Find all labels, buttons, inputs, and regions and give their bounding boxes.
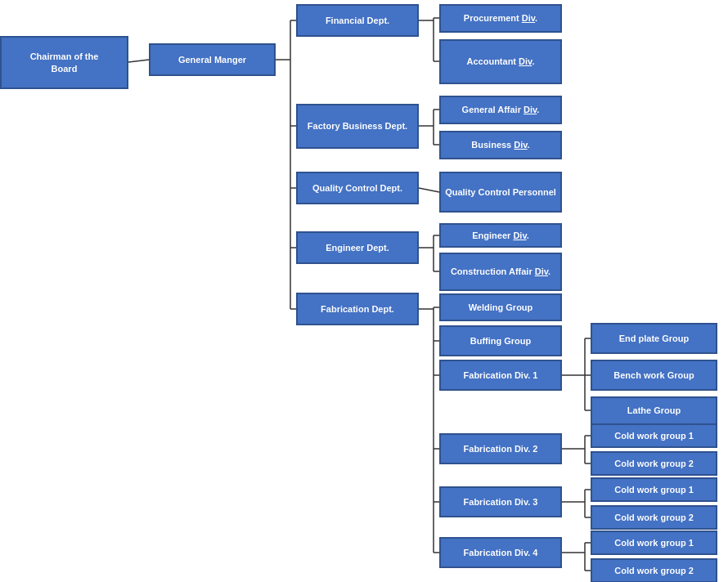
fab4-cold2-label: Cold work group 2 xyxy=(614,565,694,576)
quality-control-node: Quality Control Dept. xyxy=(296,172,419,204)
buffing-group-node: Buffing Group xyxy=(439,325,562,356)
bench-work-group-node: Bench work Group xyxy=(591,360,717,391)
chairman-node: Chairman of the Board xyxy=(0,36,128,89)
financial-dept-label: Financial Dept. xyxy=(326,15,389,26)
engineer-dept-node: Engineer Dept. xyxy=(296,231,419,264)
fabrication-dept-node: Fabrication Dept. xyxy=(296,293,419,325)
fab2-cold1-node: Cold work group 1 xyxy=(591,423,717,448)
fabrication-dept-label: Fabrication Dept. xyxy=(321,303,394,315)
fab4-cold1-node: Cold work group 1 xyxy=(591,531,717,555)
fabrication-div2-node: Fabrication Div. 2 xyxy=(439,433,562,464)
fabrication-div1-label: Fabrication Div. 1 xyxy=(464,369,538,381)
quality-control-label: Quality Control Dept. xyxy=(312,182,402,194)
bench-work-group-label: Bench work Group xyxy=(613,369,694,381)
lathe-group-label: Lathe Group xyxy=(627,405,681,416)
factory-business-label: Factory Business Dept. xyxy=(308,120,407,132)
engineer-dept-label: Engineer Dept. xyxy=(326,242,389,253)
fab2-cold2-node: Cold work group 2 xyxy=(591,451,717,476)
svg-line-0 xyxy=(128,60,149,62)
chairman-label: Chairman of the Board xyxy=(30,51,99,74)
svg-line-16 xyxy=(419,188,439,192)
fabrication-div3-node: Fabrication Div. 3 xyxy=(439,486,562,517)
lathe-group-node: Lathe Group xyxy=(591,396,717,425)
fabrication-div4-node: Fabrication Div. 4 xyxy=(439,537,562,568)
fab3-cold2-label: Cold work group 2 xyxy=(614,512,694,523)
construction-affair-node: Construction Affair Div. xyxy=(439,253,562,291)
engineer-div-label: Engineer Div. xyxy=(472,230,529,241)
procurement-div-node: Procurement Div. xyxy=(439,4,562,33)
fab4-cold1-label: Cold work group 1 xyxy=(614,537,694,548)
engineer-div-node: Engineer Div. xyxy=(439,223,562,248)
general-manager-node: General Manger xyxy=(149,43,276,76)
quality-control-personnel-node: Quality Control Personnel xyxy=(439,172,562,213)
end-plate-group-node: End plate Group xyxy=(591,323,717,354)
fabrication-div4-label: Fabrication Div. 4 xyxy=(464,547,538,558)
factory-business-node: Factory Business Dept. xyxy=(296,104,419,149)
fab2-cold2-label: Cold work group 2 xyxy=(614,458,694,469)
buffing-group-label: Buffing Group xyxy=(470,335,532,347)
fab2-cold1-label: Cold work group 1 xyxy=(614,430,694,441)
procurement-div-label: Procurement Div. xyxy=(464,12,537,24)
fabrication-div1-node: Fabrication Div. 1 xyxy=(439,360,562,391)
financial-dept-node: Financial Dept. xyxy=(296,4,419,37)
general-affair-div-node: General Affair Div. xyxy=(439,96,562,124)
business-div-label: Business Div. xyxy=(471,139,529,150)
general-affair-div-label: General Affair Div. xyxy=(462,104,540,115)
accountant-div-label: Accountant Div. xyxy=(467,56,535,67)
general-manager-label: General Manger xyxy=(178,54,246,65)
accountant-div-node: Accountant Div. xyxy=(439,39,562,84)
end-plate-group-label: End plate Group xyxy=(619,333,690,344)
welding-group-label: Welding Group xyxy=(469,302,533,313)
fabrication-div3-label: Fabrication Div. 3 xyxy=(464,496,538,508)
fab3-cold1-node: Cold work group 1 xyxy=(591,477,717,502)
org-chart: Chairman of the Board General Manger Fin… xyxy=(0,0,728,582)
construction-affair-label: Construction Affair Div. xyxy=(451,266,550,277)
fabrication-div2-label: Fabrication Div. 2 xyxy=(464,443,538,454)
fab4-cold2-node: Cold work group 2 xyxy=(591,558,717,582)
quality-control-personnel-label: Quality Control Personnel xyxy=(445,186,556,198)
welding-group-node: Welding Group xyxy=(439,293,562,321)
fab3-cold2-node: Cold work group 2 xyxy=(591,505,717,530)
business-div-node: Business Div. xyxy=(439,131,562,159)
fab3-cold1-label: Cold work group 1 xyxy=(614,484,694,495)
